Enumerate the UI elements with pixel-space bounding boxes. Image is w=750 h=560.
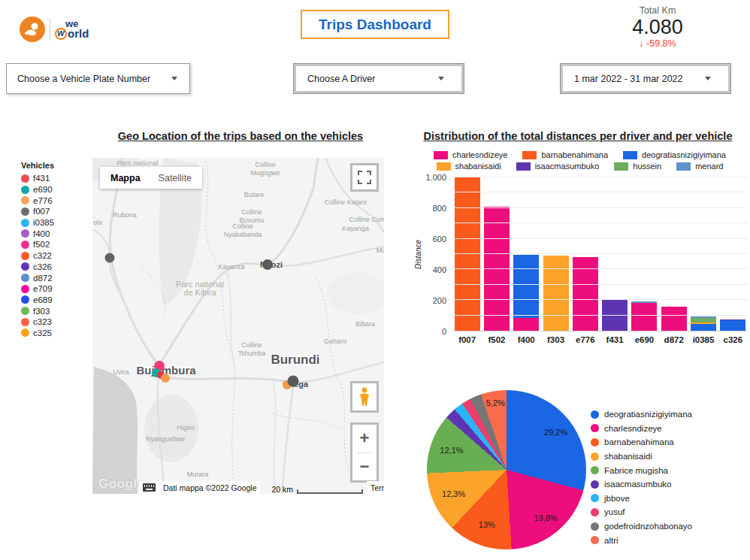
weworld-logo: we world	[20, 17, 89, 42]
map-zoom-control[interactable]: + −	[350, 422, 379, 483]
vehicle-legend-label: c325	[33, 328, 52, 338]
pie-legend-item: deogratiasnizigiyimana	[591, 407, 692, 422]
map-place-label: Uvira	[113, 368, 129, 376]
map-data-attribution: Dati mappa ©2022 Google	[159, 481, 260, 494]
map-type-control[interactable]: Mappa Satellite	[100, 167, 202, 189]
driver-color-dot	[591, 494, 599, 502]
vehicle-color-dot	[21, 186, 29, 194]
trip-marker[interactable]	[161, 374, 170, 383]
legend-swatch	[614, 162, 628, 171]
legend-label: charlesndizeye	[452, 150, 507, 159]
driver-legend-label: barnabenahimana	[604, 437, 674, 446]
weworld-logo-icon	[20, 17, 45, 42]
street-view-pegman-button[interactable]	[350, 381, 379, 413]
map-place-label: Colline	[232, 222, 253, 230]
vehicle-color-dot	[21, 241, 29, 249]
total-km-delta: ↓ -59.8%	[615, 38, 700, 49]
bar-legend-item: isaacmasumbuko	[516, 162, 600, 171]
vehicle-legend-label: c326	[33, 262, 52, 271]
gridline	[452, 315, 748, 316]
vehicle-plate-filter[interactable]: Choose a Vehicle Plate Number	[6, 63, 190, 94]
map-place-label: Mu	[377, 247, 384, 254]
vehicle-legend-label: e709	[33, 284, 53, 293]
stacked-bar	[661, 307, 687, 331]
legend-swatch	[623, 151, 637, 159]
bar-segment	[720, 320, 745, 331]
fullscreen-button[interactable]	[350, 163, 379, 192]
y-tick-label: 800	[433, 204, 446, 213]
driver-color-dot	[591, 536, 599, 544]
legend-swatch	[676, 162, 691, 171]
trip-marker[interactable]	[105, 253, 115, 263]
vehicle-color-dot	[21, 196, 29, 204]
map-canvas[interactable]: Parc nationalCollineMugogweButareColline…	[92, 158, 384, 494]
legend-swatch	[434, 151, 448, 159]
bar-legend-item: charlesndizeye	[434, 150, 507, 159]
vehicle-legend-item: e776	[21, 195, 89, 206]
trip-marker[interactable]	[262, 259, 273, 270]
vehicle-color-dot	[21, 328, 29, 337]
stacked-bar	[573, 257, 598, 331]
driver-filter[interactable]: Choose A Driver	[293, 63, 464, 94]
total-km-label: Total Km	[615, 5, 700, 16]
geo-section-title: Geo Location of the trips based on the v…	[89, 130, 392, 142]
x-axis-label: e690	[630, 335, 659, 344]
legend-swatch	[437, 162, 451, 171]
driver-legend-label: shabanisaidi	[604, 452, 652, 461]
gridline	[452, 192, 748, 192]
map-place-label: Nyangushwe	[146, 435, 185, 443]
zoom-out-button[interactable]: −	[352, 453, 377, 480]
map-place-label: Tshumba	[238, 350, 266, 357]
driver-legend-label: Fabrice mugisha	[604, 466, 668, 475]
vehicle-color-dot	[21, 307, 29, 315]
pie-chart-legend: deogratiasnizigiyimanacharlesndizeyebarn…	[591, 407, 692, 547]
gridline	[452, 299, 748, 300]
date-range-filter[interactable]: 1 mar 2022 - 31 mar 2022	[560, 63, 731, 94]
legend-label: menard	[695, 162, 723, 171]
x-axis-label: f303	[541, 335, 570, 344]
gridline	[452, 253, 748, 254]
map-scale-bar	[297, 489, 363, 494]
y-tick-label: 200	[433, 296, 446, 305]
chevron-down-icon	[438, 77, 444, 80]
logo-divider	[50, 18, 50, 41]
map-type-map-button[interactable]: Mappa	[110, 173, 141, 183]
vehicle-legend-label: f303	[33, 307, 50, 316]
gridline	[452, 284, 748, 285]
legend-label: shabanisaidi	[455, 162, 501, 171]
vehicle-legend-label: c323	[33, 317, 52, 326]
vehicle-legend-label: e690	[33, 185, 53, 194]
x-axis-label: f007	[452, 335, 482, 344]
logo-text: we world	[55, 20, 89, 40]
driver-color-dot	[591, 508, 599, 516]
pie-legend-item: shabanisaidi	[591, 450, 692, 464]
driver-color-dot	[591, 438, 599, 446]
delta-down-arrow-icon: ↓	[639, 38, 643, 49]
stacked-bar	[631, 301, 657, 331]
map-place-label: de Kibira	[183, 288, 216, 297]
zoom-in-button[interactable]: +	[352, 425, 377, 453]
y-tick-label: 0	[442, 327, 446, 336]
driver-color-dot	[591, 453, 599, 461]
stacked-bar	[455, 177, 480, 331]
vehicle-legend-item: f502	[21, 239, 89, 250]
bar-chart-plot-area	[452, 177, 748, 331]
map-type-satellite-button[interactable]: Satellite	[159, 173, 192, 183]
x-axis-label: i0385	[688, 335, 718, 344]
pie-legend-item: charlesndizeye	[591, 422, 692, 436]
trip-marker[interactable]	[288, 376, 299, 387]
x-axis-label: e776	[570, 335, 600, 344]
pie-slice-percentage: 29,2%	[544, 428, 567, 437]
fullscreen-icon	[358, 171, 371, 184]
vehicle-color-dot	[21, 285, 29, 293]
vehicle-legend-label: f502	[33, 240, 50, 249]
vehicle-color-dot	[21, 207, 29, 216]
bar-chart-y-axis-title: Distance	[412, 177, 424, 331]
pegman-icon	[357, 387, 372, 407]
stacked-bar	[543, 256, 569, 331]
keyboard-shortcuts-button[interactable]	[139, 481, 159, 494]
driver-color-dot	[591, 480, 599, 489]
map-terms-link[interactable]: Termini e condizioni d'uso	[367, 481, 384, 494]
bar-segment	[691, 324, 716, 331]
driver-color-dot	[591, 410, 599, 419]
